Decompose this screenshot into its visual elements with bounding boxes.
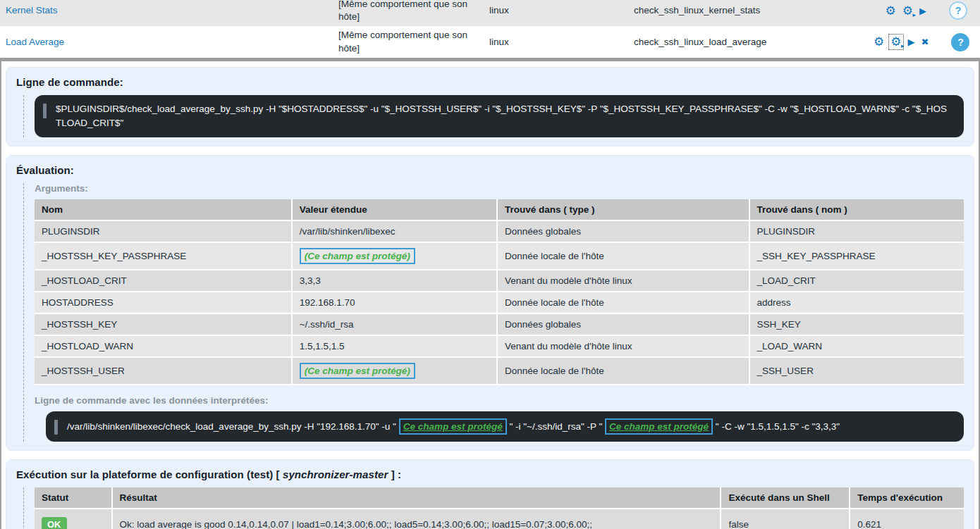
service-command-cell: check_ssh_linux_load_average (628, 33, 874, 51)
check-details-frame: Ligne de commande: $PLUGINSDIR$/check_lo… (0, 61, 980, 529)
argument-value-cell: (Ce champ est protégé) (293, 358, 498, 385)
argument-name-cell: HOSTADDRESS (35, 292, 293, 314)
interpreted-command-section: Ligne de commande avec les données inter… (35, 395, 964, 442)
service-command-cell: check_ssh_linux_kernel_stats (628, 1, 874, 20)
argument-row: PLUGINSDIR/var/lib/shinken/libexecDonnée… (35, 221, 964, 243)
command-line-blockquote: $PLUGINSDIR$/check_load_average_by_ssh.p… (23, 95, 964, 137)
execution-column-header: Temps d'exécution (850, 487, 964, 509)
protected-field-chip[interactable]: Ce champ est protégé (399, 418, 507, 435)
argument-name-cell: PLUGINSDIR (35, 221, 293, 243)
result-cell: Ok: load average is good 0.14,0.14,0.07 … (113, 509, 722, 529)
protected-field-chip[interactable]: (Ce champ est protégé) (300, 363, 415, 379)
execution-column-header: Exécuté dans un Shell (721, 487, 850, 509)
help-icon[interactable]: ? (949, 1, 967, 20)
execution-title: Exécution sur la plateforme de configura… (16, 468, 964, 480)
argument-name-cell: _HOSTLOAD_WARN (35, 336, 293, 358)
service-behavior-cell: [Même comportement que son hôte] (333, 0, 484, 26)
argument-row: _HOSTSSH_KEY_PASSPHRASE(Ce champ est pro… (35, 243, 964, 270)
argument-found-cell: _LOAD_WARN (750, 336, 964, 358)
arguments-table: NomValeur étendueTrouvé dans ( type )Tro… (35, 199, 964, 385)
execution-table-header: StatutRésultatExécuté dans un ShellTemps… (35, 487, 964, 509)
argument-row: HOSTADDRESS192.168.1.70Donnée locale de … (35, 292, 964, 314)
protected-field-chip[interactable]: (Ce champ est protégé) (300, 248, 415, 264)
service-behavior-cell: [Même comportement que son hôte] (333, 26, 484, 57)
argument-type-cell: Donnée locale de l'hôte (498, 292, 750, 314)
service-actions-cell: ⚙⚙▸▶✖ (874, 36, 938, 48)
arguments-label: Arguments: (35, 183, 964, 194)
service-name-cell: Load Average (0, 33, 333, 51)
argument-found-cell: address (750, 292, 964, 314)
evaluation-title: Évaluation: (16, 164, 964, 176)
arguments-column-header: Valeur étendue (293, 199, 498, 221)
exec-time-cell: 0.621 (850, 509, 964, 529)
argument-row: _HOSTSSH_USER(Ce champ est protégé)Donné… (35, 358, 964, 385)
shell-cell: false (721, 509, 850, 529)
play-icon[interactable]: ▶ (919, 6, 926, 15)
argument-value-cell: /var/lib/shinken/libexec (293, 221, 498, 243)
argument-type-cell: Données globales (498, 314, 750, 336)
argument-type-cell: Donnée locale de l'hôte (498, 358, 750, 385)
service-row: Kernel Stats[Même comportement que son h… (0, 0, 980, 26)
status-badge: OK (42, 517, 67, 529)
interpreted-command-code: /var/lib/shinken/libexec/check_load_aver… (46, 411, 964, 442)
argument-found-cell: _SSH_USER (750, 358, 964, 385)
gear-icon[interactable]: ⚙ (886, 5, 896, 17)
argument-row: _HOSTSSH_KEY~/.ssh/id_rsaDonnées globale… (35, 314, 964, 336)
platform-name: synchronizer-master (283, 468, 388, 480)
delete-icon[interactable]: ✖ (921, 37, 929, 46)
argument-row: _HOSTLOAD_CRIT3,3,3Venant du modèle d'hô… (35, 270, 964, 292)
service-help-cell: ? (936, 1, 980, 20)
argument-name-cell: _HOSTLOAD_CRIT (35, 270, 293, 292)
execution-column-header: Résultat (113, 487, 722, 509)
argument-row: _HOSTLOAD_WARN1.5,1.5,1.5Venant du modèl… (35, 336, 964, 358)
mini-play-icon: ▸ (912, 12, 916, 18)
protected-field-chip[interactable]: Ce champ est protégé (605, 418, 713, 435)
argument-type-cell: Donnée locale de l'hôte (498, 243, 750, 270)
execution-blockquote: StatutRésultatExécuté dans un ShellTemps… (23, 487, 964, 529)
argument-found-cell: _SSH_KEY_PASSPHRASE (750, 243, 964, 270)
run-gear-icon[interactable]: ⚙▸ (890, 36, 901, 48)
status-cell: OK (35, 509, 113, 529)
argument-value-cell: 3,3,3 (293, 270, 498, 292)
service-row: Load Average[Même comportement que son h… (0, 26, 980, 57)
argument-value-cell: (Ce champ est protégé) (293, 243, 498, 270)
execution-table: StatutRésultatExécuté dans un ShellTemps… (35, 487, 964, 529)
service-os-cell: linux (484, 1, 628, 20)
gear-icon[interactable]: ⚙ (874, 36, 884, 48)
execution-column-header: Statut (35, 487, 113, 509)
argument-type-cell: Venant du modèle d'hôte linux (498, 336, 750, 358)
argument-value-cell: 192.168.1.70 (293, 292, 498, 314)
evaluation-blockquote: Arguments: NomValeur étendueTrouvé dans … (23, 183, 964, 442)
command-line-code: $PLUGINSDIR$/check_load_average_by_ssh.p… (35, 95, 964, 137)
execution-title-suffix: ] : (388, 468, 401, 480)
evaluation-panel: Évaluation: Arguments: NomValeur étendue… (6, 155, 974, 451)
arguments-column-header: Trouvé dans ( type ) (498, 199, 750, 221)
service-actions-cell: ⚙⚙▸▶ (874, 5, 936, 17)
argument-value-cell: ~/.ssh/id_rsa (293, 314, 498, 336)
help-icon[interactable]: ? (951, 33, 969, 51)
service-link[interactable]: Load Average (6, 37, 64, 47)
services-table: Kernel Stats[Même comportement que son h… (0, 0, 980, 58)
service-help-cell: ? (938, 33, 980, 51)
play-icon[interactable]: ▶ (908, 37, 915, 46)
service-os-cell: linux (484, 33, 628, 51)
argument-type-cell: Venant du modèle d'hôte linux (498, 270, 750, 292)
argument-found-cell: PLUGINSDIR (750, 221, 964, 243)
argument-found-cell: SSH_KEY (750, 314, 964, 336)
execution-result-row: OK Ok: load average is good 0.14,0.14,0.… (35, 509, 964, 529)
command-line-panel: Ligne de commande: $PLUGINSDIR$/check_lo… (6, 67, 974, 147)
execution-title-prefix: Exécution sur la plateforme de configura… (16, 468, 283, 480)
arguments-column-header: Nom (35, 199, 293, 221)
argument-value-cell: 1.5,1.5,1.5 (293, 336, 498, 358)
argument-found-cell: _LOAD_CRIT (750, 270, 964, 292)
service-link[interactable]: Kernel Stats (6, 5, 58, 15)
argument-name-cell: _HOSTSSH_USER (35, 358, 293, 385)
arguments-column-header: Trouvé dans ( nom ) (750, 199, 964, 221)
arguments-table-header: NomValeur étendueTrouvé dans ( type )Tro… (35, 199, 964, 221)
mini-play-icon: ▸ (901, 43, 905, 49)
argument-type-cell: Données globales (498, 221, 750, 243)
run-gear-icon[interactable]: ⚙▸ (902, 5, 913, 17)
command-line-title: Ligne de commande: (16, 76, 964, 88)
argument-name-cell: _HOSTSSH_KEY_PASSPHRASE (35, 243, 293, 270)
argument-name-cell: _HOSTSSH_KEY (35, 314, 293, 336)
